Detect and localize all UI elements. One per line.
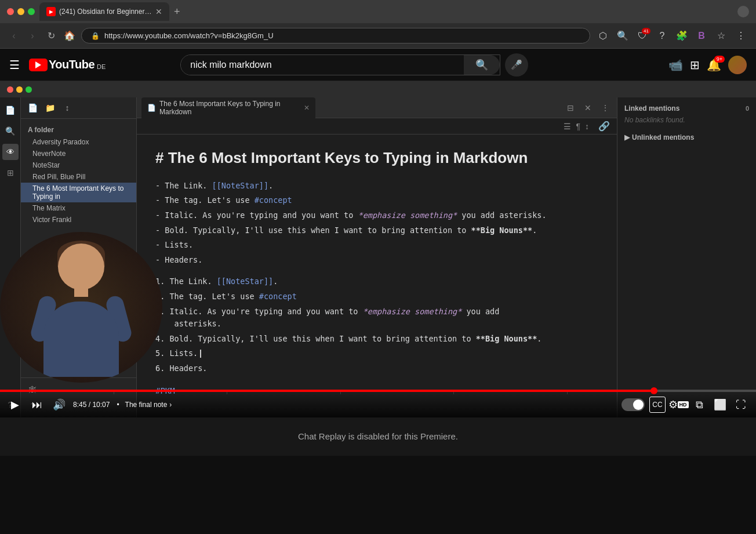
video-player[interactable]: 📄 🔍 👁 ⊞ ? 📄 📁 ↕ A folder Adversity Parad… xyxy=(0,81,756,417)
notifications-button[interactable]: 🔔9+ xyxy=(707,58,721,72)
obsidian-new-folder-icon[interactable]: 📁 xyxy=(43,101,57,115)
youtube-logo[interactable]: YouTube DE xyxy=(29,58,106,71)
obsidian-close-button[interactable] xyxy=(7,86,13,93)
play-pause-button[interactable]: ▶ xyxy=(7,397,23,413)
captions-button[interactable]: CC xyxy=(649,397,666,413)
obsidian-list-view-icon[interactable]: ☰ xyxy=(564,122,571,131)
obsidian-expand-icon[interactable]: ▶ xyxy=(624,133,630,141)
lock-icon: 🔒 xyxy=(91,32,100,40)
tab-title: (241) Obsidian for Beginners: 6 xyxy=(59,8,152,16)
refresh-button[interactable]: ↻ xyxy=(44,29,58,43)
obsidian-file-nevernote[interactable]: NeverNote xyxy=(21,148,136,159)
miniplayer-button[interactable]: ⧉ xyxy=(691,397,707,413)
browser-search-icon[interactable]: 🔍 xyxy=(615,28,631,44)
obsidian-plugins-icon[interactable]: ⊞ xyxy=(2,165,19,181)
user-avatar[interactable] xyxy=(728,56,747,74)
obsidian-ol-line-5: 5. Lists. xyxy=(155,347,598,360)
obsidian-right-panel: Linked mentions 0 No backlinks found. ▶ … xyxy=(617,97,756,417)
person-neck xyxy=(74,285,88,297)
tab-favicon: ▶ xyxy=(46,7,56,16)
create-video-button[interactable]: 📹 xyxy=(668,58,683,72)
back-button[interactable]: ‹ xyxy=(7,29,21,43)
obsidian-file-matrix[interactable]: The Matrix xyxy=(21,202,136,214)
external-link-icon[interactable]: ⬡ xyxy=(595,28,611,44)
autoplay-toggle-knob xyxy=(633,399,644,410)
obsidian-outline-icon[interactable]: ¶ xyxy=(576,122,580,131)
question-icon[interactable]: ? xyxy=(654,28,670,44)
video-right-controls: CC ⚙ HD ⧉ ⬜ ⛶ xyxy=(621,397,749,413)
settings-button[interactable]: ⚙ HD xyxy=(670,397,686,413)
next-video-button[interactable]: ⏭ xyxy=(29,397,45,413)
obsidian-search-icon[interactable]: 🔍 xyxy=(2,123,19,139)
youtube-mic-button[interactable]: 🎤 xyxy=(505,53,528,77)
obsidian-line-2: - The tag. Let's use #concept xyxy=(155,194,598,207)
chapter-dot: • xyxy=(117,401,119,409)
maximize-button[interactable] xyxy=(28,8,35,15)
obsidian-ol-line-3: 3. Italic. As you're typing and you want… xyxy=(155,306,598,330)
autoplay-toggle[interactable] xyxy=(621,398,645,411)
star-icon[interactable]: ☆ xyxy=(713,28,729,44)
obsidian-ol-line-2: 2. The tag. Let's use #concept xyxy=(155,290,598,303)
video-time-display: 8:45 / 10:07 xyxy=(73,401,110,409)
obsidian-file-6keys[interactable]: The 6 Most Important Keys to Typing in xyxy=(21,183,136,202)
obsidian-new-note-icon[interactable]: 📄 xyxy=(26,101,39,115)
obsidian-more-panes-icon[interactable]: ⊟ xyxy=(564,101,577,115)
browser-tab-active[interactable]: ▶ (241) Obsidian for Beginners: 6 ✕ xyxy=(39,2,169,21)
obsidian-editor-area: 📄 The 6 Most Important Keys to Typing in… xyxy=(137,97,617,417)
text-cursor xyxy=(200,350,201,358)
obsidian-sidebar-toolbar: 📄 📁 ↕ xyxy=(21,97,136,119)
youtube-search-button[interactable]: 🔍 xyxy=(464,55,500,75)
profile-icon[interactable] xyxy=(737,6,749,17)
theater-mode-button[interactable]: ⬜ xyxy=(712,397,728,413)
obsidian-graph-icon[interactable]: 👁 xyxy=(2,144,19,160)
more-options-icon[interactable]: ⋮ xyxy=(733,28,749,44)
new-tab-button[interactable]: + xyxy=(174,6,180,18)
obsidian-files-icon[interactable]: 📄 xyxy=(2,102,19,118)
tab-close-button[interactable]: ✕ xyxy=(155,7,162,16)
fullscreen-button[interactable]: ⛶ xyxy=(733,397,749,413)
notestar-link-2[interactable]: [[NoteStar]] xyxy=(217,277,274,286)
close-button[interactable] xyxy=(7,8,14,15)
person-silhouette xyxy=(23,238,139,377)
obsidian-minimize-button[interactable] xyxy=(16,86,23,93)
youtube-header-actions: 📹 ⊞ 🔔9+ xyxy=(668,56,747,74)
obsidian-maximize-button[interactable] xyxy=(26,86,32,93)
italic-text-1: *emphasize something* xyxy=(358,210,457,220)
url-text: https://www.youtube.com/watch?v=bBk2kg8G… xyxy=(104,31,580,40)
obsidian-active-tab[interactable]: 📄 The 6 Most Important Keys to Typing in… xyxy=(141,97,315,118)
notification-count-badge: 9+ xyxy=(714,56,725,63)
person-body xyxy=(43,301,119,377)
total-time: 10:07 xyxy=(92,401,110,409)
chat-replay-message: Chat Replay is disabled for this Premier… xyxy=(298,431,458,441)
youtube-apps-button[interactable]: ⊞ xyxy=(690,58,700,72)
obsidian-sort-order-icon[interactable]: ↕ xyxy=(585,122,589,131)
obsidian-close-pane-icon[interactable]: ✕ xyxy=(581,101,595,115)
obsidian-unordered-list: - The Link. [[NoteStar]]. - The tag. Let… xyxy=(155,180,598,267)
current-time: 8:45 xyxy=(73,401,86,409)
obsidian-file-redpill[interactable]: Red Pill, Blue Pill xyxy=(21,171,136,183)
minimize-button[interactable] xyxy=(17,8,24,15)
bold-icon[interactable]: B xyxy=(693,28,710,44)
extension-icon[interactable]: 🧩 xyxy=(674,28,690,44)
address-bar[interactable]: 🔒 https://www.youtube.com/watch?v=bBk2kg… xyxy=(81,28,590,43)
obsidian-tab-close-button[interactable]: ✕ xyxy=(304,104,310,112)
obsidian-sort-icon[interactable]: ↕ xyxy=(60,101,74,115)
chapter-display[interactable]: The final note › xyxy=(125,401,172,409)
obsidian-file-notestar[interactable]: NoteStar xyxy=(21,159,136,171)
concept-tag-1[interactable]: #concept xyxy=(255,195,292,205)
forward-button[interactable]: › xyxy=(26,29,39,43)
hamburger-menu-icon[interactable]: ☰ xyxy=(9,58,20,72)
obsidian-file-adversity[interactable]: Adversity Paradox xyxy=(21,136,136,148)
shield-icon[interactable]: 🛡41 xyxy=(634,28,650,44)
obsidian-pane-options-icon[interactable]: ⋮ xyxy=(598,101,612,115)
notestar-link-1[interactable]: [[NoteStar]] xyxy=(212,181,269,190)
concept-tag-2[interactable]: #concept xyxy=(259,292,297,301)
home-button[interactable]: 🏠 xyxy=(63,29,77,43)
youtube-search-input[interactable] xyxy=(181,55,464,75)
volume-button[interactable]: 🔊 xyxy=(51,397,67,413)
browser-chrome: ▶ (241) Obsidian for Beginners: 6 ✕ + ‹ … xyxy=(0,0,756,49)
obsidian-link-icon[interactable]: 🔗 xyxy=(598,121,610,132)
hd-badge: HD xyxy=(678,401,689,408)
obsidian-editor-content[interactable]: # The 6 Most Important Keys to Typing in… xyxy=(137,135,617,417)
obsidian-file-frankl[interactable]: Victor Frankl xyxy=(21,214,136,226)
